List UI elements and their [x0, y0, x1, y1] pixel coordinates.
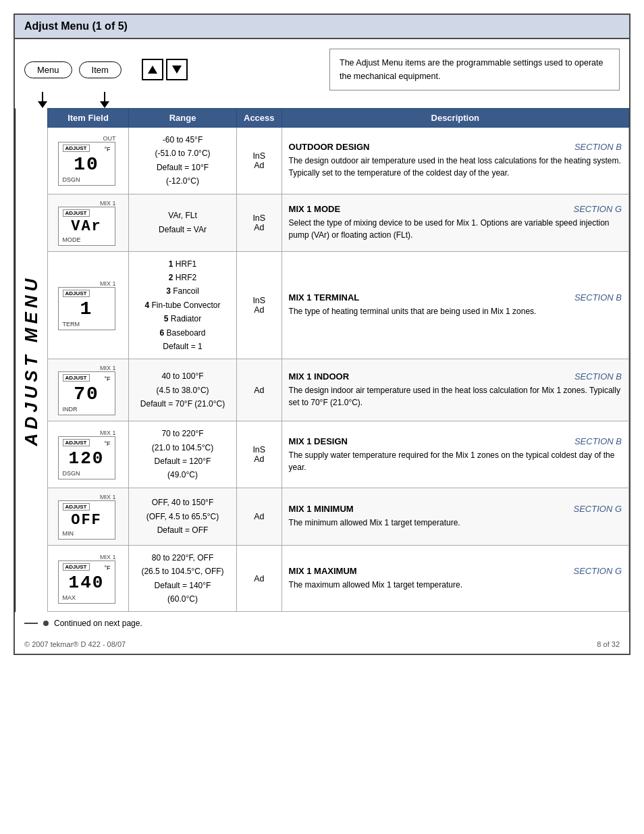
access-cell-3: Ad: [237, 359, 282, 421]
desc-cell-6: MIX 1 MAXIMUM SECTION G The maximum allo…: [281, 545, 628, 612]
side-label: ADJUST MENU: [15, 108, 47, 612]
desc-cell-2: MIX 1 TERMINAL SECTION B The type of hea…: [281, 251, 628, 359]
range-cell-1: VAr, FLtDefault = VAr: [129, 194, 237, 251]
menu-button[interactable]: Menu: [24, 61, 72, 78]
range-cell-2: 1 HRF12 HRF23 Fancoil4 Fin-tube Convecto…: [129, 251, 237, 359]
item-field-cell-5: MIX 1 ADJUST OFF MIN: [48, 488, 129, 545]
desc-cell-1: MIX 1 MODE SECTION G Select the type of …: [281, 194, 628, 251]
access-cell-2: InSAd: [237, 251, 282, 359]
desc-cell-4: MIX 1 DESIGN SECTION B The supply water …: [281, 421, 628, 488]
item-field-cell-1: MIX 1 ADJUST VAr MODE: [48, 194, 129, 251]
table-row: OUT ADJUST °F 10 DSGN -60 to 45°F(-51.0 …: [48, 128, 629, 194]
access-cell-1: InSAd: [237, 194, 282, 251]
access-cell-0: InSAd: [237, 128, 282, 194]
item-field-cell-6: MIX 1 ADJUST °F 140 MAX: [48, 545, 129, 612]
page-title: Adjust Menu (1 of 5): [24, 20, 128, 32]
up-arrow-button[interactable]: [142, 59, 163, 80]
item-field-cell-0: OUT ADJUST °F 10 DSGN: [48, 128, 129, 194]
connector-area: [15, 92, 629, 108]
table-header-row: Item Field Range Access Description: [48, 109, 629, 128]
copyright-text: © 2007 tekmar® D 422 - 08/07: [24, 640, 126, 648]
item-button[interactable]: Item: [79, 61, 122, 78]
description-info-text: The Adjust Menu items are the programmab…: [340, 58, 603, 81]
down-indicator-2: [100, 92, 109, 108]
access-cell-6: Ad: [237, 545, 282, 612]
table-row: MIX 1 ADJUST 1 TERM 1 HRF12 HRF23 Fancoi…: [48, 251, 629, 359]
col-header-item-field: Item Field: [48, 109, 129, 128]
item-field-cell-3: MIX 1 ADJUST °F 70 INDR: [48, 359, 129, 421]
table-row: MIX 1 ADJUST °F 70 INDR 40 to 100°F(4.5 …: [48, 359, 629, 421]
item-field-cell-4: MIX 1 ADJUST °F 120 DSGN: [48, 421, 129, 488]
desc-cell-5: MIX 1 MINIMUM SECTION G The minimum allo…: [281, 488, 628, 545]
down-indicator-1: [38, 92, 47, 108]
page-number: 8 of 32: [597, 640, 620, 648]
table-row: MIX 1 ADJUST °F 120 DSGN 70 to 220°F(21.…: [48, 421, 629, 488]
connector-arrows: [24, 92, 109, 108]
page-container: Adjust Menu (1 of 5) Menu Item The Adjus…: [14, 14, 630, 655]
range-cell-3: 40 to 100°F(4.5 to 38.0°C)Default = 70°F…: [129, 359, 237, 421]
footer-note-text: Continued on next page.: [54, 619, 142, 628]
svg-marker-1: [172, 66, 182, 74]
table-row: MIX 1 ADJUST VAr MODE VAr, FLtDefault = …: [48, 194, 629, 251]
svg-marker-0: [148, 66, 157, 74]
table-row: MIX 1 ADJUST OFF MIN OFF, 40 to 150°F(OF…: [48, 488, 629, 545]
footer-line-icon: [24, 623, 38, 624]
page-header: Adjust Menu (1 of 5): [15, 15, 629, 39]
desc-cell-3: MIX 1 INDOOR SECTION B The design indoor…: [281, 359, 628, 421]
range-cell-0: -60 to 45°F(-51.0 to 7.0°C)Default = 10°…: [129, 128, 237, 194]
access-cell-4: InSAd: [237, 421, 282, 488]
range-cell-5: OFF, 40 to 150°F(OFF, 4.5 to 65.5°C)Defa…: [129, 488, 237, 545]
page-bottom: © 2007 tekmar® D 422 - 08/07 8 of 32: [15, 635, 629, 654]
access-cell-5: Ad: [237, 488, 282, 545]
item-field-cell-2: MIX 1 ADJUST 1 TERM: [48, 251, 129, 359]
col-header-description: Description: [281, 109, 628, 128]
desc-cell-0: OUTDOOR DESIGN SECTION B The design outd…: [281, 128, 628, 194]
nav-pills: Menu Item: [24, 61, 122, 78]
description-info-box: The Adjust Menu items are the programmab…: [329, 49, 620, 90]
col-header-access: Access: [237, 109, 282, 128]
table-row: MIX 1 ADJUST °F 140 MAX 80 to 220°F, OFF…: [48, 545, 629, 612]
range-cell-4: 70 to 220°F(21.0 to 104.5°C)Default = 12…: [129, 421, 237, 488]
top-nav-area: Menu Item The Adjust Menu items are the …: [15, 39, 629, 90]
main-content-area: ADJUST MENU Item Field Range Access Desc…: [15, 108, 629, 612]
main-table: Item Field Range Access Description OUT …: [47, 108, 629, 612]
footer-note: Continued on next page.: [15, 612, 629, 635]
range-cell-6: 80 to 220°F, OFF(26.5 to 104.5°C, OFF)De…: [129, 545, 237, 612]
down-arrow-button[interactable]: [166, 59, 188, 80]
nav-arrows: [142, 59, 188, 80]
table-wrapper: Item Field Range Access Description OUT …: [47, 108, 629, 612]
footer-dot-icon: [43, 621, 49, 626]
col-header-range: Range: [129, 109, 237, 128]
